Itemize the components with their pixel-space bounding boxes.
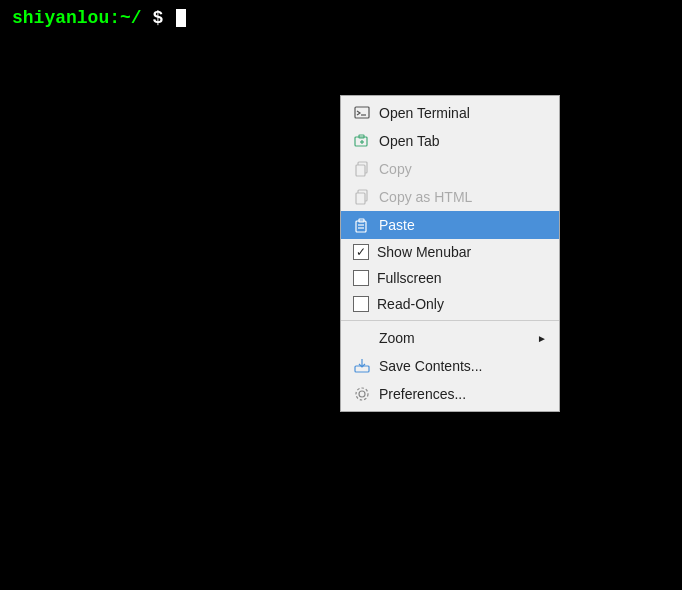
context-menu: Open Terminal Open Tab Copy <box>340 95 560 412</box>
copy-html-icon <box>353 188 371 206</box>
zoom-arrow-icon: ► <box>537 333 547 344</box>
terminal-window: shiyanlou:~/ $ <box>0 0 682 36</box>
copy-label: Copy <box>379 161 547 177</box>
copy-as-html-label: Copy as HTML <box>379 189 547 205</box>
open-tab-label: Open Tab <box>379 133 547 149</box>
prompt-green: shiyanlou:~/ <box>12 8 142 28</box>
terminal-cursor <box>176 9 186 27</box>
menu-item-open-tab[interactable]: Open Tab <box>341 127 559 155</box>
menu-item-fullscreen[interactable]: Fullscreen <box>341 265 559 291</box>
terminal-prompt: shiyanlou:~/ $ <box>0 0 682 36</box>
svg-rect-0 <box>355 107 369 118</box>
terminal-icon <box>353 104 371 122</box>
open-tab-icon <box>353 132 371 150</box>
copy-icon <box>353 160 371 178</box>
zoom-label: Zoom <box>379 330 529 346</box>
svg-rect-10 <box>356 221 366 232</box>
menu-item-preferences[interactable]: Preferences... <box>341 380 559 408</box>
show-menubar-checkbox: ✓ <box>353 244 369 260</box>
menu-item-read-only[interactable]: Read-Only <box>341 291 559 317</box>
fullscreen-checkbox <box>353 270 369 286</box>
menu-item-open-terminal[interactable]: Open Terminal <box>341 99 559 127</box>
show-menubar-label: Show Menubar <box>377 244 547 260</box>
menu-item-zoom[interactable]: Zoom ► <box>341 324 559 352</box>
save-contents-icon <box>353 357 371 375</box>
paste-label: Paste <box>379 217 547 233</box>
read-only-checkbox <box>353 296 369 312</box>
preferences-icon <box>353 385 371 403</box>
menu-item-copy[interactable]: Copy <box>341 155 559 183</box>
zoom-spacer <box>353 329 371 347</box>
menu-item-show-menubar[interactable]: ✓ Show Menubar <box>341 239 559 265</box>
prompt-dollar: $ <box>152 8 163 28</box>
save-contents-label: Save Contents... <box>379 358 547 374</box>
svg-rect-7 <box>356 165 365 176</box>
menu-item-copy-as-html[interactable]: Copy as HTML <box>341 183 559 211</box>
menu-item-paste[interactable]: Paste <box>341 211 559 239</box>
preferences-label: Preferences... <box>379 386 547 402</box>
paste-icon <box>353 216 371 234</box>
svg-point-17 <box>356 388 368 400</box>
svg-rect-9 <box>356 193 365 204</box>
menu-separator <box>341 320 559 321</box>
svg-point-16 <box>359 391 365 397</box>
menu-item-save-contents[interactable]: Save Contents... <box>341 352 559 380</box>
fullscreen-label: Fullscreen <box>377 270 547 286</box>
read-only-label: Read-Only <box>377 296 547 312</box>
open-terminal-label: Open Terminal <box>379 105 547 121</box>
